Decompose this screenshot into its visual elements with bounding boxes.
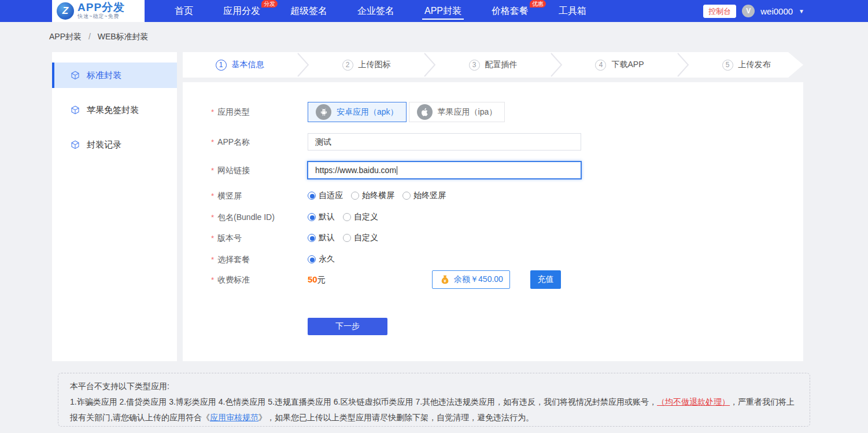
- version-custom-option[interactable]: 自定义: [343, 233, 378, 243]
- money-bag-icon: ¥: [439, 274, 451, 286]
- logo-icon: Z: [57, 2, 74, 20]
- step-number: 2: [342, 60, 353, 71]
- console-button[interactable]: 控制台: [703, 5, 736, 18]
- step-basic-info[interactable]: 1 基本信息: [183, 52, 297, 78]
- app-type-ios-button[interactable]: 苹果应用（ipa）: [409, 102, 505, 122]
- orientation-portrait-option[interactable]: 始终竖屏: [402, 190, 446, 201]
- field-label: *包名(Bundle ID): [211, 211, 275, 223]
- nav-item-label: APP封装: [424, 6, 461, 16]
- breadcrumb: APP封装 / WEB标准封装: [49, 32, 149, 42]
- step-upload-publish[interactable]: 5 上传发布: [689, 52, 803, 78]
- chevron-down-icon[interactable]: ▼: [799, 8, 804, 14]
- balance-box[interactable]: ¥ 余额￥450.00: [432, 270, 510, 289]
- site-url-value: https://www.baidu.com: [315, 166, 396, 175]
- radio-icon[interactable]: [351, 192, 359, 200]
- logo[interactable]: Z APP分发 快速~稳定~免费: [52, 0, 145, 22]
- orientation-auto-option[interactable]: 自适应: [308, 190, 343, 201]
- footer-line1: 本平台不支持以下类型应用:: [70, 379, 798, 394]
- nav-item-label: 应用分发: [223, 6, 260, 16]
- package-forever-option[interactable]: 永久: [308, 254, 335, 265]
- app-type-ios-label: 苹果应用（ipa）: [438, 107, 497, 118]
- field-label: *收费标准: [211, 274, 250, 286]
- sidebar-item-label: 标准封装: [87, 70, 121, 81]
- radio-icon[interactable]: [343, 213, 351, 221]
- breadcrumb-web-standard: WEB标准封装: [98, 32, 149, 41]
- steps-wizard: 1 基本信息 2 上传图标 3 配置插件 4 下载APP 5 上传发布: [183, 52, 803, 78]
- radio-icon[interactable]: [402, 192, 411, 200]
- version-default-option[interactable]: 默认: [308, 233, 335, 243]
- footer-text: 》，如果您已上传以上类型应用请尽快删除下架，自觉清理，避免违法行为。: [258, 413, 534, 422]
- radio-selected-icon[interactable]: [308, 213, 316, 221]
- bundle-default-option[interactable]: 默认: [308, 212, 335, 222]
- row-app-name: *APP名称 测试: [211, 133, 792, 151]
- step-configure-plugins[interactable]: 3 配置插件: [436, 52, 550, 78]
- app-type-android-button[interactable]: 安卓应用（apk）: [308, 102, 407, 122]
- required-mark: *: [211, 276, 214, 284]
- field-label: *APP名称: [211, 133, 250, 151]
- breadcrumb-app-packaging[interactable]: APP封装: [49, 32, 82, 41]
- row-site-url: *网站链接 https://www.baidu.com: [211, 161, 792, 179]
- next-step-button[interactable]: 下一步: [308, 318, 387, 335]
- review-specification-link[interactable]: 应用审核规范: [210, 413, 258, 422]
- nav-item-app-distribution[interactable]: 应用分发 分发: [208, 0, 275, 22]
- row-bundle-id: *包名(Bundle ID) 默认 自定义: [211, 211, 792, 223]
- avatar[interactable]: V: [742, 5, 755, 17]
- chevron-separator-icon: [677, 52, 689, 78]
- app-name-input[interactable]: 测试: [308, 133, 581, 151]
- radio-selected-icon[interactable]: [308, 255, 316, 263]
- nav-item-home[interactable]: 首页: [160, 0, 208, 22]
- row-package: *选择套餐 永久: [211, 254, 792, 265]
- step-upload-icon[interactable]: 2 上传图标: [309, 52, 423, 78]
- step-number: 4: [595, 60, 606, 71]
- orientation-landscape-option[interactable]: 始终横屏: [351, 190, 394, 201]
- app-type-options: 安卓应用（apk） 苹果应用（ipa）: [308, 102, 505, 122]
- step-number: 5: [722, 60, 733, 71]
- step-label: 上传图标: [359, 60, 391, 70]
- orientation-options: 自适应 始终横屏 始终竖屏: [308, 190, 450, 201]
- android-icon: [316, 104, 331, 120]
- cube-icon: [71, 71, 80, 80]
- top-navbar: Z APP分发 快速~稳定~免费 首页 应用分发 分发 超级签名 企业签名 AP…: [0, 0, 868, 22]
- field-label: *版本号: [211, 232, 242, 244]
- step-number: 3: [469, 60, 480, 71]
- row-price: *收费标准 50元 ¥ 余额￥450.00 充值: [211, 274, 792, 292]
- radio-selected-icon[interactable]: [308, 234, 316, 242]
- chevron-separator-icon: [297, 52, 309, 78]
- price-value: 50元: [308, 274, 326, 285]
- step-label: 基本信息: [232, 60, 264, 70]
- cube-icon: [71, 105, 80, 115]
- sidebar-item-packaging-records[interactable]: 封装记录: [52, 132, 177, 157]
- required-mark: *: [211, 234, 214, 243]
- app-type-android-label: 安卓应用（apk）: [337, 107, 398, 118]
- step-download-app[interactable]: 4 下载APP: [563, 52, 677, 78]
- username[interactable]: wei0000: [760, 6, 793, 16]
- bundle-id-options: 默认 自定义: [308, 211, 383, 223]
- nav-item-toolbox[interactable]: 工具箱: [544, 0, 601, 22]
- bundle-custom-option[interactable]: 自定义: [343, 212, 378, 222]
- nav-right: 控制台 V wei0000 ▼: [703, 0, 804, 22]
- price-amount: 50: [308, 274, 317, 284]
- radio-selected-icon[interactable]: [308, 192, 316, 200]
- footer-paragraph: 1.诈骗类应用 2.借贷类应用 3.博彩类应用 4.色情类应用 5.违规直播类应…: [70, 394, 798, 425]
- site-url-input[interactable]: https://www.baidu.com: [307, 161, 582, 179]
- sidebar-item-apple-nosign-packaging[interactable]: 苹果免签封装: [52, 97, 177, 123]
- required-mark: *: [211, 166, 214, 175]
- nav-item-super-signature[interactable]: 超级签名: [275, 0, 342, 22]
- sidebar-item-standard-packaging[interactable]: 标准封装: [52, 63, 177, 88]
- chevron-separator-icon: [550, 52, 563, 78]
- required-mark: *: [211, 192, 214, 200]
- step-label: 配置插件: [485, 60, 518, 70]
- row-app-type: *应用类型 安卓应用（apk） 苹果应用（ipa）: [211, 102, 792, 122]
- cube-icon: [71, 140, 80, 149]
- nav-item-app-packaging[interactable]: APP封装: [409, 0, 477, 22]
- apple-icon: [417, 104, 433, 120]
- radio-icon[interactable]: [343, 234, 351, 242]
- nav-item-enterprise-signature[interactable]: 企业签名: [342, 0, 409, 22]
- app-name-value: 测试: [315, 137, 331, 146]
- step-label: 上传发布: [738, 60, 771, 70]
- nav-item-pricing[interactable]: 价格套餐 优惠: [477, 0, 544, 22]
- field-label: *应用类型: [211, 102, 250, 122]
- required-mark: *: [211, 213, 214, 222]
- recharge-button[interactable]: 充值: [530, 270, 561, 289]
- required-mark: *: [211, 138, 214, 146]
